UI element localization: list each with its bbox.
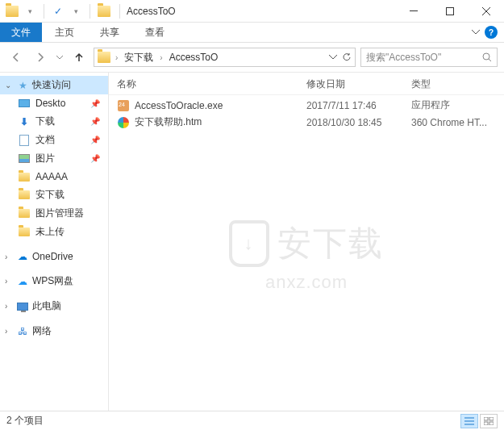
download-icon: ⬇ bbox=[18, 115, 31, 128]
sidebar-onedrive[interactable]: ›☁OneDrive bbox=[0, 248, 108, 265]
pin-icon: 📌 bbox=[90, 117, 105, 126]
help-icon[interactable]: ? bbox=[485, 26, 498, 39]
address-bar[interactable]: › 安下载 › AccessToO bbox=[94, 48, 356, 67]
chevron-right-icon[interactable]: › bbox=[158, 53, 164, 62]
file-rows: AccessToOracle.exe 2017/7/11 17:46 应用程序 … bbox=[109, 95, 504, 132]
check-icon[interactable]: ✓ bbox=[51, 4, 65, 19]
chevron-down-icon[interactable]: ⌄ bbox=[5, 81, 13, 90]
file-row[interactable]: 安下载帮助.htm 2018/10/30 18:45 360 Chrome HT… bbox=[117, 114, 496, 131]
desktop-icon bbox=[18, 97, 31, 110]
folder-icon bbox=[18, 170, 31, 183]
search-input[interactable]: 搜索"AccessToO" bbox=[360, 48, 498, 67]
column-headers: 名称 修改日期 类型 bbox=[109, 73, 504, 95]
window-title: AccessToO bbox=[123, 6, 395, 17]
file-tab[interactable]: 文件 bbox=[0, 23, 42, 42]
history-dropdown-icon[interactable] bbox=[55, 56, 65, 60]
sidebar-item-pictures[interactable]: 图片📌 bbox=[0, 149, 108, 168]
main-area: ⌄ ★ 快速访问 Deskto📌 ⬇下载📌 文档📌 图片📌 AAAAA 安下载 … bbox=[0, 72, 504, 411]
chevron-right-icon[interactable]: › bbox=[5, 327, 13, 336]
folder-icon bbox=[18, 207, 31, 220]
network-icon: 🖧 bbox=[16, 325, 29, 338]
sidebar-item-desktop[interactable]: Deskto📌 bbox=[0, 94, 108, 112]
breadcrumb-segment[interactable]: AccessToO bbox=[168, 52, 220, 63]
details-view-button[interactable] bbox=[460, 414, 478, 428]
svg-rect-4 bbox=[489, 417, 494, 420]
nav-dropdown-icon[interactable]: ▾ bbox=[69, 4, 83, 19]
sidebar-item-folder[interactable]: AAAAA bbox=[0, 168, 108, 186]
folder-icon bbox=[98, 52, 110, 63]
close-button[interactable] bbox=[468, 0, 504, 23]
maximize-button[interactable] bbox=[431, 0, 468, 23]
svg-rect-0 bbox=[410, 10, 418, 11]
search-icon[interactable] bbox=[482, 52, 492, 62]
folder-icon bbox=[18, 189, 31, 202]
column-name[interactable]: 名称 bbox=[117, 77, 306, 91]
tab-home[interactable]: 主页 bbox=[42, 23, 87, 42]
sidebar-item-downloads[interactable]: ⬇下载📌 bbox=[0, 112, 108, 131]
folder-icon bbox=[18, 226, 31, 239]
sidebar-network[interactable]: ›🖧网络 bbox=[0, 322, 108, 340]
onedrive-icon: ☁ bbox=[16, 250, 29, 263]
address-dropdown-icon[interactable] bbox=[329, 55, 337, 60]
expand-ribbon-icon[interactable] bbox=[472, 30, 480, 35]
navigation-pane: ⌄ ★ 快速访问 Deskto📌 ⬇下载📌 文档📌 图片📌 AAAAA 安下载 … bbox=[0, 73, 109, 411]
search-placeholder: 搜索"AccessToO" bbox=[366, 51, 479, 65]
ribbon: 文件 主页 共享 查看 ? bbox=[0, 23, 504, 43]
watermark: ↓ 安下载 anxz.com bbox=[229, 220, 384, 293]
file-row[interactable]: AccessToOracle.exe 2017/7/11 17:46 应用程序 bbox=[117, 97, 496, 114]
nav-bar: › 安下载 › AccessToO 搜索"AccessToO" bbox=[0, 43, 504, 72]
qat-dropdown-icon[interactable]: ▾ bbox=[23, 4, 37, 19]
column-type[interactable]: 类型 bbox=[411, 77, 496, 91]
chevron-right-icon[interactable]: › bbox=[5, 277, 13, 286]
tab-view[interactable]: 查看 bbox=[132, 23, 177, 42]
breadcrumb-segment[interactable]: 安下载 bbox=[123, 51, 155, 65]
item-count: 2 个项目 bbox=[6, 414, 44, 428]
svg-rect-5 bbox=[484, 422, 488, 425]
refresh-icon[interactable] bbox=[342, 52, 352, 62]
htm-icon bbox=[117, 116, 130, 129]
pin-icon: 📌 bbox=[90, 99, 105, 108]
file-list-pane: 名称 修改日期 类型 AccessToOracle.exe 2017/7/11 … bbox=[109, 73, 504, 411]
icons-view-button[interactable] bbox=[480, 414, 498, 428]
minimize-button[interactable] bbox=[395, 0, 431, 23]
chevron-right-icon[interactable]: › bbox=[5, 253, 13, 261]
title-bar: ▾ ✓ ▾ AccessToO bbox=[0, 0, 504, 23]
column-date[interactable]: 修改日期 bbox=[306, 77, 411, 91]
tab-share[interactable]: 共享 bbox=[87, 23, 132, 42]
pin-icon: 📌 bbox=[90, 154, 105, 163]
pc-icon bbox=[16, 300, 29, 313]
pin-icon: 📌 bbox=[90, 136, 105, 144]
svg-rect-1 bbox=[446, 7, 453, 15]
sidebar-item-folder[interactable]: 安下载 bbox=[0, 186, 108, 204]
cloud-icon: ☁ bbox=[16, 275, 29, 288]
sidebar-wps[interactable]: ›☁WPS网盘 bbox=[0, 272, 108, 290]
svg-rect-6 bbox=[489, 422, 494, 425]
shield-icon: ↓ bbox=[229, 220, 269, 267]
folder-app-icon bbox=[5, 4, 19, 19]
sidebar-item-documents[interactable]: 文档📌 bbox=[0, 131, 108, 149]
sidebar-label: 快速访问 bbox=[32, 78, 71, 92]
chevron-right-icon[interactable]: › bbox=[114, 53, 119, 62]
folder-icon bbox=[97, 4, 111, 19]
up-button[interactable] bbox=[69, 48, 89, 67]
document-icon bbox=[18, 134, 31, 147]
quick-access-toolbar: ▾ ✓ ▾ bbox=[0, 4, 116, 19]
sidebar-quick-access[interactable]: ⌄ ★ 快速访问 bbox=[0, 76, 108, 94]
sidebar-item-folder[interactable]: 图片管理器 bbox=[0, 204, 108, 223]
exe-icon bbox=[117, 99, 130, 112]
svg-rect-3 bbox=[484, 417, 488, 420]
star-icon: ★ bbox=[16, 79, 29, 92]
svg-point-2 bbox=[483, 53, 489, 60]
sidebar-item-folder[interactable]: 未上传 bbox=[0, 223, 108, 241]
chevron-right-icon[interactable]: › bbox=[5, 302, 13, 311]
back-button[interactable] bbox=[6, 48, 26, 67]
forward-button[interactable] bbox=[31, 48, 50, 67]
pictures-icon bbox=[18, 152, 31, 165]
status-bar: 2 个项目 bbox=[0, 411, 504, 430]
sidebar-this-pc[interactable]: ›此电脑 bbox=[0, 297, 108, 315]
